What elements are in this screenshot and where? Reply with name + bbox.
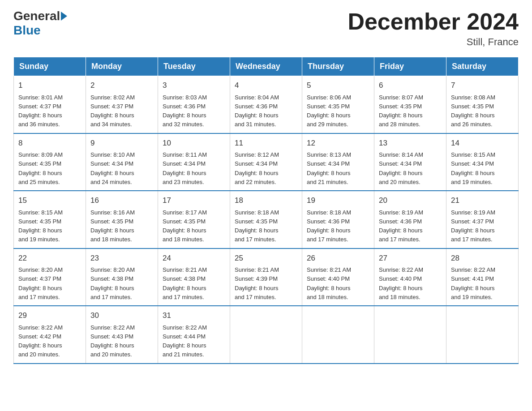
logo-arrow-icon — [61, 12, 67, 21]
calendar-cell: 10 Sunrise: 8:11 AMSunset: 4:34 PMDaylig… — [158, 133, 230, 191]
calendar-cell: 22 Sunrise: 8:20 AMSunset: 4:37 PMDaylig… — [14, 248, 86, 306]
location-subtitle: Still, France — [348, 36, 519, 48]
col-header-saturday: Saturday — [446, 57, 519, 76]
logo-general-text: General — [13, 9, 60, 23]
col-header-wednesday: Wednesday — [230, 57, 302, 76]
calendar-cell: 25 Sunrise: 8:21 AMSunset: 4:39 PMDaylig… — [230, 248, 302, 306]
day-sunrise: Sunrise: 8:18 AMSunset: 4:36 PMDaylight:… — [307, 209, 351, 243]
calendar-cell: 13 Sunrise: 8:14 AMSunset: 4:34 PMDaylig… — [374, 133, 446, 191]
month-year-title: December 2024 — [348, 9, 519, 34]
calendar-week-row: 1 Sunrise: 8:01 AMSunset: 4:37 PMDayligh… — [14, 76, 519, 133]
day-sunrise: Sunrise: 8:22 AMSunset: 4:43 PMDaylight:… — [90, 324, 135, 358]
day-number: 2 — [90, 80, 153, 91]
day-sunrise: Sunrise: 8:13 AMSunset: 4:34 PMDaylight:… — [307, 151, 351, 185]
day-sunrise: Sunrise: 8:19 AMSunset: 4:37 PMDaylight:… — [451, 209, 495, 243]
day-number: 8 — [18, 137, 81, 149]
day-number: 22 — [18, 253, 81, 264]
day-number: 9 — [90, 137, 153, 149]
day-sunrise: Sunrise: 8:22 AMSunset: 4:40 PMDaylight:… — [379, 266, 423, 300]
calendar-cell: 15 Sunrise: 8:15 AMSunset: 4:35 PMDaylig… — [14, 191, 86, 248]
calendar-table: SundayMondayTuesdayWednesdayThursdayFrid… — [13, 57, 519, 364]
calendar-cell: 6 Sunrise: 8:07 AMSunset: 4:35 PMDayligh… — [374, 76, 446, 133]
calendar-cell: 16 Sunrise: 8:16 AMSunset: 4:35 PMDaylig… — [86, 191, 158, 248]
day-number: 30 — [90, 310, 153, 321]
day-sunrise: Sunrise: 8:15 AMSunset: 4:34 PMDaylight:… — [451, 151, 495, 185]
calendar-cell — [374, 306, 446, 364]
day-sunrise: Sunrise: 8:15 AMSunset: 4:35 PMDaylight:… — [18, 209, 63, 243]
calendar-cell — [230, 306, 302, 364]
day-number: 5 — [307, 80, 369, 91]
calendar-cell: 30 Sunrise: 8:22 AMSunset: 4:43 PMDaylig… — [86, 306, 158, 364]
day-number: 11 — [235, 137, 297, 149]
day-number: 28 — [451, 253, 514, 264]
day-number: 6 — [379, 80, 442, 91]
calendar-cell: 21 Sunrise: 8:19 AMSunset: 4:37 PMDaylig… — [446, 191, 519, 248]
calendar-cell: 28 Sunrise: 8:22 AMSunset: 4:41 PMDaylig… — [446, 248, 519, 306]
calendar-cell: 1 Sunrise: 8:01 AMSunset: 4:37 PMDayligh… — [14, 76, 86, 133]
calendar-cell: 20 Sunrise: 8:19 AMSunset: 4:36 PMDaylig… — [374, 191, 446, 248]
day-sunrise: Sunrise: 8:19 AMSunset: 4:36 PMDaylight:… — [379, 209, 423, 243]
day-sunrise: Sunrise: 8:06 AMSunset: 4:35 PMDaylight:… — [307, 94, 351, 128]
calendar-cell: 11 Sunrise: 8:12 AMSunset: 4:34 PMDaylig… — [230, 133, 302, 191]
calendar-week-row: 8 Sunrise: 8:09 AMSunset: 4:35 PMDayligh… — [14, 133, 519, 191]
calendar-cell: 3 Sunrise: 8:03 AMSunset: 4:36 PMDayligh… — [158, 76, 230, 133]
calendar-cell: 12 Sunrise: 8:13 AMSunset: 4:34 PMDaylig… — [302, 133, 374, 191]
calendar-week-row: 15 Sunrise: 8:15 AMSunset: 4:35 PMDaylig… — [14, 191, 519, 248]
col-header-tuesday: Tuesday — [158, 57, 230, 76]
day-sunrise: Sunrise: 8:04 AMSunset: 4:36 PMDaylight:… — [235, 94, 279, 128]
calendar-cell: 4 Sunrise: 8:04 AMSunset: 4:36 PMDayligh… — [230, 76, 302, 133]
day-sunrise: Sunrise: 8:08 AMSunset: 4:35 PMDaylight:… — [451, 94, 495, 128]
day-number: 10 — [163, 137, 225, 149]
title-block: December 2024 Still, France — [348, 9, 519, 48]
day-sunrise: Sunrise: 8:21 AMSunset: 4:38 PMDaylight:… — [163, 266, 207, 300]
calendar-cell: 29 Sunrise: 8:22 AMSunset: 4:42 PMDaylig… — [14, 306, 86, 364]
day-sunrise: Sunrise: 8:21 AMSunset: 4:39 PMDaylight:… — [235, 266, 279, 300]
calendar-cell: 5 Sunrise: 8:06 AMSunset: 4:35 PMDayligh… — [302, 76, 374, 133]
day-sunrise: Sunrise: 8:12 AMSunset: 4:34 PMDaylight:… — [235, 151, 279, 185]
col-header-thursday: Thursday — [302, 57, 374, 76]
day-number: 21 — [451, 195, 514, 206]
calendar-cell: 9 Sunrise: 8:10 AMSunset: 4:34 PMDayligh… — [86, 133, 158, 191]
day-sunrise: Sunrise: 8:02 AMSunset: 4:37 PMDaylight:… — [90, 94, 135, 128]
day-sunrise: Sunrise: 8:16 AMSunset: 4:35 PMDaylight:… — [90, 209, 135, 243]
calendar-week-row: 22 Sunrise: 8:20 AMSunset: 4:37 PMDaylig… — [14, 248, 519, 306]
logo: General Blue — [13, 9, 68, 38]
day-number: 15 — [18, 195, 81, 206]
calendar-week-row: 29 Sunrise: 8:22 AMSunset: 4:42 PMDaylig… — [14, 306, 519, 364]
calendar-cell: 2 Sunrise: 8:02 AMSunset: 4:37 PMDayligh… — [86, 76, 158, 133]
day-sunrise: Sunrise: 8:10 AMSunset: 4:34 PMDaylight:… — [90, 151, 135, 185]
day-number: 26 — [307, 253, 369, 264]
day-number: 18 — [235, 195, 297, 206]
calendar-cell: 23 Sunrise: 8:20 AMSunset: 4:38 PMDaylig… — [86, 248, 158, 306]
day-sunrise: Sunrise: 8:18 AMSunset: 4:35 PMDaylight:… — [235, 209, 279, 243]
day-number: 14 — [451, 137, 514, 149]
day-sunrise: Sunrise: 8:22 AMSunset: 4:41 PMDaylight:… — [451, 266, 495, 300]
calendar-cell: 17 Sunrise: 8:17 AMSunset: 4:35 PMDaylig… — [158, 191, 230, 248]
calendar-cell — [446, 306, 519, 364]
day-number: 23 — [90, 253, 153, 264]
day-sunrise: Sunrise: 8:17 AMSunset: 4:35 PMDaylight:… — [163, 209, 207, 243]
calendar-cell: 31 Sunrise: 8:22 AMSunset: 4:44 PMDaylig… — [158, 306, 230, 364]
calendar-cell: 14 Sunrise: 8:15 AMSunset: 4:34 PMDaylig… — [446, 133, 519, 191]
day-number: 25 — [235, 253, 297, 264]
day-number: 27 — [379, 253, 442, 264]
day-number: 12 — [307, 137, 369, 149]
day-number: 13 — [379, 137, 442, 149]
day-number: 7 — [451, 80, 514, 91]
calendar-cell: 18 Sunrise: 8:18 AMSunset: 4:35 PMDaylig… — [230, 191, 302, 248]
day-number: 3 — [163, 80, 225, 91]
day-sunrise: Sunrise: 8:09 AMSunset: 4:35 PMDaylight:… — [18, 151, 63, 185]
col-header-friday: Friday — [374, 57, 446, 76]
calendar-cell: 19 Sunrise: 8:18 AMSunset: 4:36 PMDaylig… — [302, 191, 374, 248]
day-number: 4 — [235, 80, 297, 91]
day-sunrise: Sunrise: 8:14 AMSunset: 4:34 PMDaylight:… — [379, 151, 423, 185]
day-number: 16 — [90, 195, 153, 206]
day-sunrise: Sunrise: 8:11 AMSunset: 4:34 PMDaylight:… — [163, 151, 207, 185]
day-sunrise: Sunrise: 8:21 AMSunset: 4:40 PMDaylight:… — [307, 266, 351, 300]
day-number: 19 — [307, 195, 369, 206]
day-sunrise: Sunrise: 8:20 AMSunset: 4:37 PMDaylight:… — [18, 266, 63, 300]
calendar-cell: 8 Sunrise: 8:09 AMSunset: 4:35 PMDayligh… — [14, 133, 86, 191]
day-sunrise: Sunrise: 8:22 AMSunset: 4:42 PMDaylight:… — [18, 324, 63, 358]
day-number: 31 — [163, 310, 225, 321]
day-number: 24 — [163, 253, 225, 264]
